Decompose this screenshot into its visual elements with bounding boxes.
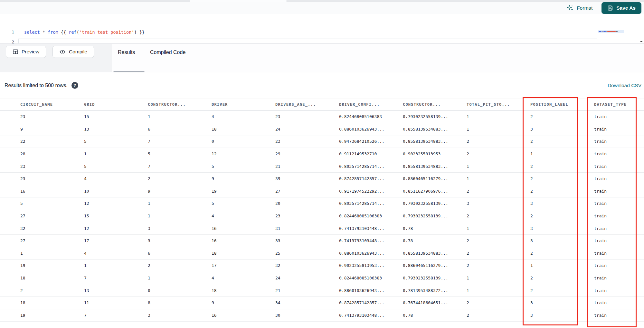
table-cell: 2 bbox=[467, 139, 530, 144]
tab-compiled-code[interactable]: Compiled Code bbox=[150, 49, 185, 56]
table-row: 14618250.8860103626943...0.8558139534883… bbox=[0, 247, 644, 260]
format-button[interactable]: Format bbox=[567, 5, 592, 12]
table-cell: 23 bbox=[20, 164, 84, 169]
table-cell: 15 bbox=[84, 214, 148, 218]
column-header: POSITION_LABEL bbox=[530, 102, 594, 107]
table-cell: 0.8860103626943... bbox=[339, 251, 403, 256]
sql-editor[interactable]: 1 2 select * from {{ ref('train_test_pos… bbox=[0, 14, 644, 43]
code-token: from bbox=[48, 30, 58, 35]
table-cell: 23 bbox=[275, 139, 339, 144]
table-row: 213018210.8860103626943...0.781395348837… bbox=[0, 284, 644, 297]
table-cell: 0.9023255813953... bbox=[339, 263, 403, 268]
table-cell: 4 bbox=[212, 214, 275, 218]
column-header: CONSTRUCTOR... bbox=[148, 102, 212, 107]
table-row: 3212316310.7413793103448...0.7813train bbox=[0, 222, 644, 235]
table-cell: 0.9023255813953... bbox=[403, 151, 467, 156]
table-row: 2717316330.7413793103448...0.7823train bbox=[0, 235, 644, 247]
table-cell: train bbox=[594, 214, 644, 218]
download-csv-link[interactable]: Download CSV bbox=[608, 83, 641, 88]
table-cell: 11 bbox=[84, 300, 148, 305]
table-cell: 5 bbox=[212, 164, 275, 169]
table-cell: 0.8860103626943... bbox=[339, 288, 403, 293]
table-cell: 6 bbox=[148, 251, 212, 256]
column-header: DRIVER_CONFI... bbox=[339, 102, 403, 107]
table-row: 913618240.8860103626943...0.855813953488… bbox=[0, 123, 644, 136]
table-cell: 5 bbox=[212, 201, 275, 206]
table-cell: 1 bbox=[467, 226, 530, 231]
table-cell: 12 bbox=[84, 201, 148, 206]
table-cell: 4 bbox=[212, 114, 275, 119]
table-cell: 1 bbox=[467, 114, 530, 119]
table-cell: 0.7674418604651... bbox=[403, 300, 467, 305]
table-cell: 9 bbox=[212, 176, 275, 181]
table-cell: 18 bbox=[212, 251, 275, 256]
table-cell: 1 bbox=[467, 276, 530, 280]
preview-label: Preview bbox=[22, 49, 39, 55]
preview-button[interactable]: Preview bbox=[6, 46, 46, 58]
table-cell: 1 bbox=[148, 276, 212, 280]
table-cell: 18 bbox=[20, 300, 84, 305]
table-cell: 16 bbox=[212, 313, 275, 318]
table-cell: 0 bbox=[212, 139, 275, 144]
table-cell: 2 bbox=[530, 288, 594, 293]
table-cell: 3 bbox=[148, 313, 212, 318]
table-cell: 29 bbox=[275, 151, 339, 156]
table-cell: 32 bbox=[20, 226, 84, 231]
table-cell: train bbox=[594, 238, 644, 243]
column-header: GRID bbox=[84, 102, 148, 107]
results-info-bar: Results limited to 500 rows. ? Download … bbox=[0, 73, 644, 98]
table-cell: 24 bbox=[275, 127, 339, 132]
help-icon[interactable]: ? bbox=[71, 82, 78, 89]
table-cell: 2 bbox=[530, 251, 594, 256]
table-row: 197316300.7413793103448...0.7823train bbox=[0, 309, 644, 322]
table-cell: 8 bbox=[148, 300, 212, 305]
table-cell: 0.8558139534883... bbox=[403, 251, 467, 256]
tab-results[interactable]: Results bbox=[118, 49, 135, 56]
table-cell: 0.9473684210526... bbox=[339, 139, 403, 144]
table-cell: 1 bbox=[148, 214, 212, 218]
table-cell: 18 bbox=[20, 276, 84, 280]
table-cell: 23 bbox=[275, 114, 339, 119]
save-as-label: Save As bbox=[616, 5, 636, 11]
table-cell: 24 bbox=[275, 276, 339, 280]
scrollbar-marker[interactable] bbox=[640, 41, 642, 42]
table-cell: 7 bbox=[84, 313, 148, 318]
table-cell: 2 bbox=[467, 214, 530, 218]
code-line[interactable]: select * from {{ ref('train_test_positio… bbox=[24, 29, 145, 36]
table-cell: 17 bbox=[212, 263, 275, 268]
table-cell: 0.7930232558139... bbox=[403, 214, 467, 218]
results-table: CIRCUIT_NAMEGRIDCONSTRUCTOR...DRIVERDRIV… bbox=[0, 98, 644, 322]
table-cell: 7 bbox=[148, 139, 212, 144]
table-cell: 2 bbox=[148, 176, 212, 181]
table-cell: 0.824468085106383 bbox=[339, 276, 403, 280]
table-cell: 0.7413793103448... bbox=[339, 313, 403, 318]
column-header: CONSTRUCTOR... bbox=[403, 102, 467, 107]
column-header: CIRCUIT_NAME bbox=[20, 102, 84, 107]
table-cell: 2 bbox=[467, 151, 530, 156]
table-cell: 0.9112149532710... bbox=[339, 151, 403, 156]
format-label: Format bbox=[577, 5, 592, 11]
table-cell: 18 bbox=[212, 127, 275, 132]
table-cell: 0.7413793103448... bbox=[339, 226, 403, 231]
table-cell: 5 bbox=[84, 139, 148, 144]
compile-button[interactable]: Compile bbox=[52, 46, 94, 58]
table-cell: 0.7413793103448... bbox=[339, 238, 403, 243]
table-cell: 4 bbox=[84, 176, 148, 181]
table-cell: 0.78 bbox=[403, 226, 467, 231]
table-grid-icon bbox=[13, 49, 18, 55]
save-as-button[interactable]: Save As bbox=[601, 2, 641, 14]
table-cell: 19 bbox=[20, 313, 84, 318]
table-cell: 19 bbox=[20, 263, 84, 268]
editor-minimap[interactable] bbox=[598, 30, 624, 33]
table-cell: 0.78 bbox=[403, 238, 467, 243]
table-cell: train bbox=[594, 226, 644, 231]
table-cell: 3 bbox=[530, 238, 594, 243]
column-header: DRIVER bbox=[212, 102, 275, 107]
table-cell: 1 bbox=[467, 164, 530, 169]
table-cell: 7 bbox=[84, 276, 148, 280]
table-cell: 5 bbox=[148, 151, 212, 156]
table-cell: 2 bbox=[530, 189, 594, 194]
floppy-disk-icon bbox=[607, 5, 613, 11]
table-cell: 5 bbox=[84, 164, 148, 169]
table-cell: 0 bbox=[148, 288, 212, 293]
